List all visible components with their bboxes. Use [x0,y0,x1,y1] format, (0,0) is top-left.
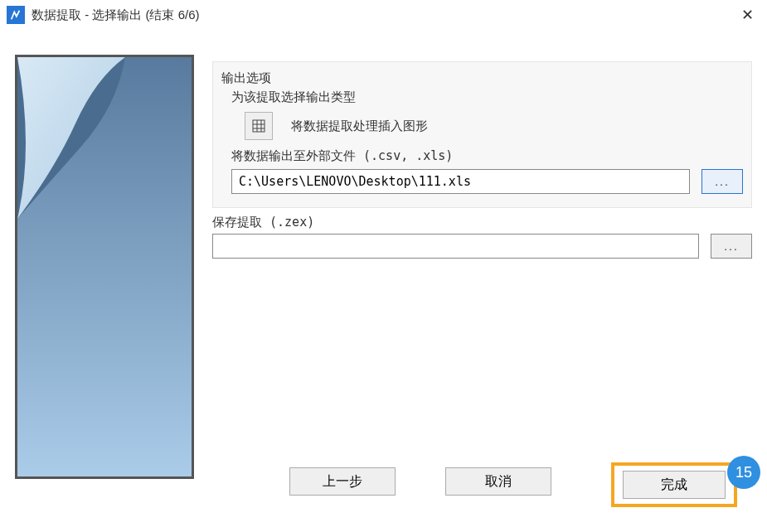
save-path-input[interactable] [212,234,699,259]
external-file-label: 将数据输出至外部文件 (.csv, .xls) [231,148,743,164]
file-path-input[interactable] [231,169,690,194]
window-title: 数据提取 - 选择输出 (结束 6/6) [32,7,200,23]
titlebar: 数据提取 - 选择输出 (结束 6/6) ✕ [0,0,767,30]
save-extract-label: 保存提取 (.zex) [212,215,752,230]
output-options-subtext: 为该提取选择输出类型 [231,89,743,105]
insert-graphic-label: 将数据提取处理插入图形 [291,118,428,134]
app-icon [7,6,25,24]
prev-button[interactable]: 上一步 [289,467,396,496]
finish-button[interactable]: 完成 [623,471,726,499]
preview-panel [15,55,194,479]
insert-graphic-button[interactable] [245,112,273,140]
browse-file-button[interactable]: ... [701,169,743,194]
page-curl-icon [17,57,125,219]
close-button[interactable]: ✕ [739,7,755,23]
cancel-button[interactable]: 取消 [445,467,551,496]
save-extract-group: 保存提取 (.zex) ... [212,215,752,259]
output-options-label: 输出选项 [221,70,743,86]
output-options-group: 输出选项 为该提取选择输出类型 将数据提取处理插入图形 将数据输出至外部文件 (… [212,61,752,208]
browse-save-button[interactable]: ... [711,234,752,259]
step-badge: 15 [727,456,760,489]
finish-highlight: 完成 [611,462,737,507]
table-icon [252,119,265,133]
svg-rect-0 [253,120,265,132]
